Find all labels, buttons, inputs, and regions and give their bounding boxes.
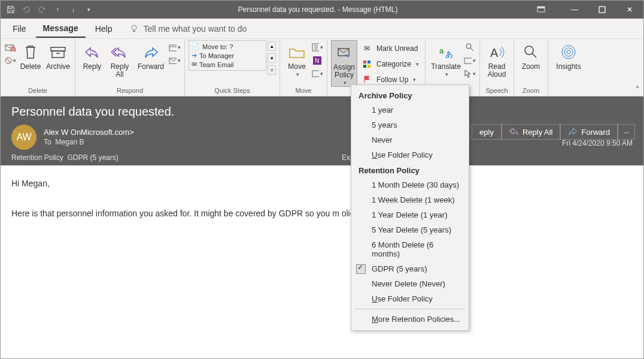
group-zoom: Zoom Zoom — [514, 39, 548, 96]
menu-item-gdpr[interactable]: GDPR (5 years) — [351, 261, 469, 276]
actions-icon[interactable] — [311, 68, 323, 80]
group-quicksteps: 📄Move to: ? ➔To Manager ✉Team Email ▴ ▾ … — [185, 39, 280, 96]
tell-me[interactable]: Tell me what you want to do — [129, 24, 247, 34]
group-label: Quick Steps — [189, 86, 276, 96]
svg-rect-17 — [367, 61, 370, 64]
reply-all-action[interactable]: Reply All — [502, 124, 561, 140]
read-aloud-button[interactable]: A Read Aloud — [484, 40, 510, 79]
message-header: Personnel data you requested. AW Alex W … — [1, 96, 643, 165]
svg-text:a: a — [439, 46, 444, 55]
read-aloud-icon: A — [487, 43, 506, 62]
reply-all-button[interactable]: Reply All — [107, 40, 133, 79]
window-title: Personnel data you requested. - Message … — [99, 5, 537, 14]
more-actions[interactable]: ··· — [618, 124, 635, 140]
svg-rect-23 — [464, 58, 472, 64]
insights-button[interactable]: Insights — [552, 40, 585, 71]
onenote-icon[interactable]: N — [311, 55, 323, 67]
svg-text:A: A — [490, 46, 499, 59]
more-respond-icon[interactable] — [169, 55, 181, 67]
svg-text:あ: あ — [445, 50, 453, 59]
archive-icon — [48, 43, 68, 62]
undo-icon[interactable] — [20, 3, 33, 16]
group-label: Delete — [4, 86, 71, 96]
menu-item-5years[interactable]: 5 years — [351, 117, 469, 132]
categorize-button[interactable]: Categorize — [359, 57, 421, 71]
qat-more-icon[interactable]: ▾ — [82, 3, 95, 16]
zoom-button[interactable]: Zoom — [518, 40, 544, 71]
qs-scroll-up-icon[interactable]: ▴ — [268, 41, 276, 51]
translate-button[interactable]: aあ Translate — [429, 40, 463, 78]
menu-item-more-policies[interactable]: More Retention Policies... — [351, 312, 469, 327]
reply-button[interactable]: Reply — [79, 40, 105, 71]
delete-button[interactable]: Delete — [17, 40, 44, 71]
prev-item-icon[interactable]: ↑ — [51, 3, 64, 16]
action-bar: eply Reply All Forward ··· — [472, 124, 635, 140]
close-button[interactable]: ✕ — [616, 1, 643, 19]
meta-line: Retention Policy GDPR (5 years) — [11, 153, 633, 162]
window-buttons: ― ✕ — [561, 1, 643, 19]
quick-access-toolbar: ↑ ↓ ▾ — [1, 3, 99, 16]
tab-file[interactable]: File — [5, 20, 34, 37]
maximize-button[interactable] — [588, 1, 616, 19]
qs-move-to[interactable]: 📄Move to: ? — [192, 42, 263, 51]
group-move: Move N Move — [280, 39, 327, 96]
menu-item-use-folder-archive[interactable]: Use Folder Policy — [351, 147, 469, 162]
svg-rect-8 — [52, 51, 64, 58]
select-icon[interactable] — [464, 68, 476, 80]
menu-item-6month[interactable]: 6 Month Delete (6 months) — [351, 237, 469, 261]
save-icon[interactable] — [4, 3, 17, 16]
menu-item-1year-ret[interactable]: 1 Year Delete (1 year) — [351, 207, 469, 222]
menu-item-1month[interactable]: 1 Month Delete (30 days) — [351, 177, 469, 192]
ignore-icon[interactable] — [4, 41, 16, 53]
reply-icon — [83, 43, 102, 62]
collapse-ribbon-icon[interactable]: ˄ — [631, 84, 643, 96]
qs-team-email[interactable]: ✉Team Email — [192, 60, 263, 69]
menu-item-never-delete[interactable]: Never Delete (Never) — [351, 276, 469, 291]
zoom-icon — [521, 43, 540, 62]
menu-item-1week[interactable]: 1 Week Delete (1 week) — [351, 192, 469, 207]
qs-to-manager[interactable]: ➔To Manager — [192, 51, 263, 60]
svg-text:N: N — [315, 58, 319, 64]
group-label — [552, 86, 585, 96]
rules-icon[interactable] — [311, 41, 323, 53]
forward-action[interactable]: Forward — [560, 124, 618, 140]
qs-more-icon[interactable]: ▿ — [268, 65, 276, 75]
tab-help[interactable]: Help — [88, 20, 120, 37]
menu-item-5year-ret[interactable]: 5 Year Delete (5 years) — [351, 222, 469, 237]
lightbulb-icon — [129, 24, 139, 34]
svg-point-3 — [132, 25, 136, 30]
junk-icon[interactable] — [4, 55, 16, 67]
group-label: Move — [284, 86, 323, 96]
meeting-icon[interactable] — [169, 41, 181, 53]
minimize-button[interactable]: ― — [561, 1, 588, 19]
to-line: To Megan B — [44, 138, 134, 147]
redo-icon[interactable] — [35, 3, 48, 16]
body-line: Hi Megan, — [11, 176, 633, 191]
group-respond: Reply Reply All Forward Respond — [75, 39, 185, 96]
group-label: Speech — [484, 86, 510, 96]
categorize-icon — [361, 58, 373, 70]
qs-scroll-down-icon[interactable]: ▾ — [268, 53, 276, 63]
next-item-icon[interactable]: ↓ — [66, 3, 80, 16]
assign-policy-button[interactable]: Assign Policy — [331, 40, 357, 87]
menu-item-1year[interactable]: 1 year — [351, 102, 469, 117]
avatar: AW — [11, 125, 37, 150]
from-line: Alex W OnMicrosoft.com> — [44, 128, 134, 138]
svg-rect-16 — [363, 61, 366, 64]
ribbon-display-icon[interactable] — [537, 6, 561, 13]
find-icon[interactable] — [464, 41, 476, 53]
quicksteps-gallery[interactable]: 📄Move to: ? ➔To Manager ✉Team Email — [189, 40, 266, 71]
move-button[interactable]: Move — [284, 40, 310, 78]
svg-rect-19 — [367, 65, 370, 68]
svg-rect-18 — [363, 65, 366, 68]
forward-button[interactable]: Forward — [134, 40, 168, 71]
tab-message[interactable]: Message — [36, 20, 86, 38]
reply-action[interactable]: eply — [472, 124, 502, 140]
archive-button[interactable]: Archive — [45, 40, 71, 71]
svg-rect-14 — [312, 71, 319, 77]
menu-item-never[interactable]: Never — [351, 132, 469, 147]
mark-unread-button[interactable]: ✉Mark Unread — [359, 41, 421, 56]
message-body: Hi Megan, Here is that personnel informa… — [1, 165, 643, 233]
menu-item-use-folder-retention[interactable]: Use Folder Policy — [351, 291, 469, 306]
related-icon[interactable] — [464, 55, 476, 67]
